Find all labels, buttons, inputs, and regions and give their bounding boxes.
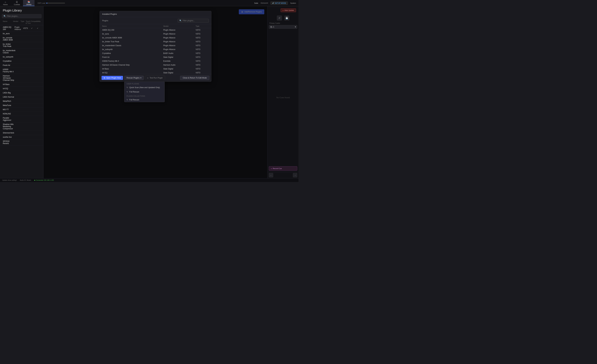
plugin-list-item[interactable]: Harrison 32Classic Channel Strip — [0, 74, 43, 82]
main-content: Add/Remove Plugins Installed Plugins Plu… — [44, 6, 267, 178]
dsp-bar-fill — [46, 3, 47, 4]
search-icon: 🔍 — [4, 15, 6, 17]
plugin-list-item[interactable]: LM2n Normal — [0, 95, 43, 99]
close-return-button[interactable]: Close & Return To Edit Mode — [180, 76, 209, 80]
plugin-list-item[interactable]: Shadow Hills Mastering Compressor — [0, 122, 43, 131]
nav-cuelists[interactable]: ☰ Cuelists — [11, 0, 23, 6]
table-row[interactable]: bx_limiter True Peak Plugin Alliance VST… — [100, 40, 211, 44]
table-row[interactable]: Inf Bass Slate Digital VST3 — [100, 67, 211, 71]
plugin-list-item[interactable]: Inf EQ — [0, 86, 43, 91]
full-rescan-user-icon: ↻ — [126, 91, 128, 93]
dsp-bar — [46, 3, 65, 4]
plugin-list-item[interactable]: H3000 Factory Mk II — [0, 68, 43, 74]
table-row[interactable]: bx_masterdesk Classic Plugin Alliance VS… — [100, 44, 211, 47]
auto-update-button[interactable]: Auto Update — [281, 8, 296, 12]
plugin-list-item[interactable]: ShimmerVerb — [0, 131, 43, 135]
home-icon: ⌂ — [5, 1, 6, 3]
modal-search-icon: 🔍 — [179, 20, 182, 22]
modal-table-header-row: Name Vendor Type — [100, 24, 211, 28]
update-show-text: Update show setting! — [2, 179, 17, 181]
dropdown-full-rescan-user[interactable]: ↻ Full Rescan — [124, 90, 165, 94]
no-cues-text: No Cues found — [267, 30, 298, 165]
plugin-list-item[interactable]: SP2016 Reverb — [0, 139, 43, 146]
open-plugin-host-button[interactable]: ⊞ Open Plugin Host — [102, 76, 123, 80]
dropdown-user-plugins-label: User Plugins — [124, 82, 165, 85]
primary-cuelist-label: Primary Cuelist — [267, 22, 298, 25]
nav-prev-button[interactable]: ← — [269, 173, 273, 177]
modal-plugins-label: Plugins — [102, 20, 108, 22]
modal-search-row: Plugins 🔍 — [100, 17, 211, 24]
page-title: Plugin Library — [0, 6, 43, 14]
table-row[interactable]: bx_console AMEK 9099 Plugin Alliance VST… — [100, 36, 211, 40]
modal-overlay: Installed Plugins Plugins 🔍 Name Ve — [44, 6, 267, 178]
plugin-list-item[interactable]: Inf Bass — [0, 82, 43, 86]
table-row[interactable]: bx_subsynth Plugin Alliance VST3 — [100, 47, 211, 51]
plugin-list-item[interactable]: bx_console AMEK 9099 — [0, 36, 43, 42]
right-panel: Auto Update ↺ 💾 Primary Cuelist QL 1 ▾ N… — [267, 6, 298, 178]
plugin-list-item[interactable]: NONLIN2 — [0, 112, 43, 116]
dropdown-full-rescan-collections[interactable]: ↻ Full Rescan — [124, 98, 165, 102]
status-bar: Update show setting! Audio IO: Muted Con… — [0, 178, 298, 182]
nav-home[interactable]: ⌂ Home — [0, 0, 11, 6]
plugin-list-item[interactable]: MO-TT — [0, 108, 43, 112]
setup-mode-button[interactable]: SETUP MODE — [270, 1, 288, 5]
record-cue-button[interactable]: Record Cue — [269, 166, 297, 171]
table-row[interactable]: Crystalline BABY Audio VST3 — [100, 51, 211, 55]
dropdown-quick-scan[interactable]: ↻ Quick Scan (New and Updated Only) — [124, 85, 165, 90]
dropdown-plugin-collections-label: Plugin Collections — [124, 94, 165, 98]
table-row[interactable]: Fresh Air Slate Digital VST3 — [100, 55, 211, 59]
nav-right: Suite Autosaved SETUP MODE System — [254, 1, 298, 5]
modal-filter-input[interactable] — [183, 20, 206, 22]
undo-button[interactable]: ↺ — [277, 15, 282, 21]
table-row[interactable]: H3000 Factory Mk II Eventide VST3 — [100, 59, 211, 63]
autosaved-label: Autosaved — [261, 2, 268, 4]
right-panel-nav: ← → — [267, 172, 298, 178]
plugin-list-item[interactable]: soothe live — [0, 135, 43, 139]
sidebar-filter-input[interactable] — [7, 15, 40, 17]
col-name: Name — [100, 24, 161, 28]
plugin-list-item[interactable]: AMEK EQ 200 Plugin Alliance VST3 ✓ ✓ — [0, 25, 43, 31]
rescan-plugins-button[interactable]: Rescan Plugins ▾ — [124, 76, 144, 80]
cuelists-icon: ☰ — [16, 1, 18, 3]
modal-table: Name Vendor Type AMEK EQ 200 Plugin Alli… — [100, 24, 211, 74]
rescan-plugins-group: Rescan Plugins ▾ User Plugins ↻ Quick Sc… — [124, 76, 144, 80]
plugin-list-item[interactable]: MetaPitch — [0, 99, 43, 103]
sidebar-search-bar[interactable]: 🔍 — [2, 14, 41, 18]
plugin-host-icon: ⊞ — [104, 77, 105, 79]
plugin-list-item[interactable]: bx_subsynth — [0, 55, 43, 59]
cuelist-dropdown-icon: ▾ — [295, 26, 296, 28]
plugin-list-item[interactable]: LM2n Big — [0, 91, 43, 95]
open-plugin-host-group: ⊞ Open Plugin Host — [102, 76, 123, 80]
test-run-plugin-button[interactable]: ▷ Test Run Plugin — [145, 76, 165, 80]
primary-cuelist-select[interactable]: QL 1 ▾ — [269, 25, 297, 29]
modal-scroll-area[interactable]: Name Vendor Type AMEK EQ 200 Plugin Alli… — [100, 24, 211, 74]
save-button[interactable]: 💾 — [284, 15, 289, 21]
status-dot — [34, 180, 35, 181]
plugin-list-item[interactable]: Fresh Air — [0, 63, 43, 68]
plugin-list-item[interactable]: bx_aura — [0, 31, 43, 36]
table-row[interactable]: Inf EQ Slate Digital VST3 — [100, 71, 211, 74]
plugin-list-item[interactable]: MetaTune — [0, 103, 43, 108]
plugin-list-item[interactable]: bx_limiter True Peak — [0, 42, 43, 48]
nav-library[interactable]: 📚 Library — [23, 0, 34, 6]
col-vendor: Vendor — [161, 24, 193, 28]
right-panel-icon-row: ↺ 💾 — [267, 14, 298, 22]
nav-next-button[interactable]: → — [293, 173, 297, 177]
table-row[interactable]: AMEK EQ 200 Plugin Alliance VST3 — [100, 28, 211, 32]
modal-search-wrapper[interactable]: 🔍 — [178, 19, 209, 23]
dsp-load-section: DSP Load — [38, 2, 65, 4]
top-nav: ⌂ Home ☰ Cuelists 📚 Library DSP Load Sui… — [0, 0, 298, 6]
table-row[interactable]: Harrison 32Classic Channel Strip Harriso… — [100, 63, 211, 67]
plugin-list-item[interactable]: bx_masterdesk Classic — [0, 48, 43, 55]
modal-header: Installed Plugins — [100, 11, 211, 17]
rescan-dropdown-menu: User Plugins ↻ Quick Scan (New and Updat… — [124, 82, 165, 102]
plugin-list-item[interactable]: Parallel Aggressor — [0, 116, 43, 122]
sidebar: Plugin Library 🔍 Name Vendor Type Touch … — [0, 6, 44, 178]
modal-footer: ⊞ Open Plugin Host Rescan Plugins ▾ User… — [100, 74, 211, 82]
plugin-list-item[interactable]: Crystalline — [0, 59, 43, 63]
system-button[interactable]: System — [290, 2, 296, 4]
quick-scan-icon: ↻ — [126, 86, 128, 89]
main-layout: Plugin Library 🔍 Name Vendor Type Touch … — [0, 6, 298, 178]
table-row[interactable]: bx_aura Plugin Alliance VST3 — [100, 32, 211, 36]
library-icon: 📚 — [28, 1, 30, 3]
